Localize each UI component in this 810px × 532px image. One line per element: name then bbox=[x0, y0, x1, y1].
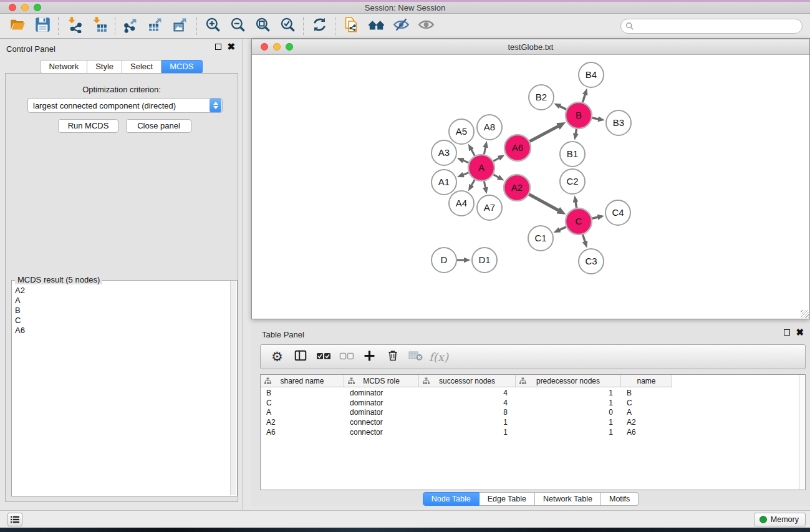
edge-A-A7[interactable] bbox=[484, 181, 485, 188]
node-A7[interactable]: A7 bbox=[477, 195, 502, 220]
node-B2[interactable]: B2 bbox=[529, 85, 554, 110]
edge-A2-C[interactable] bbox=[529, 195, 559, 211]
table-scrollbar[interactable] bbox=[799, 375, 805, 490]
tab-select[interactable]: Select bbox=[122, 60, 162, 74]
node-C[interactable]: C bbox=[566, 208, 592, 235]
column-header-name[interactable]: name bbox=[621, 375, 672, 387]
edge-A-A1[interactable] bbox=[463, 173, 469, 175]
close-table-panel-icon[interactable]: ✖ bbox=[796, 329, 804, 336]
import-table-button[interactable] bbox=[87, 16, 112, 37]
node-C1[interactable]: C1 bbox=[528, 226, 553, 251]
delete-table-button[interactable] bbox=[404, 347, 427, 367]
node-C4[interactable]: C4 bbox=[605, 200, 630, 225]
column-header-successor-nodes[interactable]: successor nodes bbox=[419, 375, 516, 387]
delete-row-button[interactable] bbox=[381, 347, 404, 367]
node-A1[interactable]: A1 bbox=[432, 170, 456, 195]
node-B3[interactable]: B3 bbox=[606, 110, 631, 135]
node-B1[interactable]: B1 bbox=[560, 142, 585, 167]
zoom-out-button[interactable] bbox=[225, 16, 250, 37]
table-row-a2[interactable]: A2connector11A2 bbox=[261, 418, 798, 428]
table-tab-network-table[interactable]: Network Table bbox=[535, 492, 601, 506]
duplicate-network-button[interactable] bbox=[339, 16, 364, 37]
table-row-b[interactable]: Bdominator41B bbox=[261, 389, 798, 399]
column-browser-button[interactable] bbox=[289, 347, 312, 367]
network-canvas[interactable]: B4B2BB3A5A8A6B1A3AA1A2C2A4A7C4C1CC3DD1 bbox=[252, 55, 809, 319]
function-builder-button[interactable]: f(x) bbox=[427, 347, 450, 367]
save-session-button[interactable] bbox=[30, 16, 55, 37]
node-A3[interactable]: A3 bbox=[432, 140, 456, 165]
close-panel-icon[interactable]: ✖ bbox=[227, 44, 235, 50]
node-A[interactable]: A bbox=[468, 155, 494, 181]
tab-network[interactable]: Network bbox=[40, 60, 87, 74]
edge-A-A3[interactable] bbox=[463, 160, 469, 163]
result-item-a[interactable]: A bbox=[14, 296, 229, 306]
node-A4[interactable]: A4 bbox=[449, 191, 474, 216]
edge-C-C2[interactable] bbox=[576, 201, 577, 208]
show-all-button[interactable] bbox=[413, 16, 438, 37]
node-D[interactable]: D bbox=[432, 248, 456, 273]
home-button[interactable] bbox=[364, 16, 388, 37]
result-item-a6[interactable]: A6 bbox=[14, 326, 229, 336]
edge-B-B4[interactable] bbox=[582, 94, 585, 102]
node-A2[interactable]: A2 bbox=[504, 175, 530, 201]
column-header-shared-name[interactable]: shared name bbox=[261, 375, 344, 387]
node-B[interactable]: B bbox=[566, 102, 592, 128]
window-titlebar[interactable]: Session: New Session bbox=[0, 2, 810, 14]
edge-A6-B[interactable] bbox=[529, 126, 559, 142]
float-table-panel-icon[interactable] bbox=[784, 329, 790, 336]
memory-button[interactable]: Memory bbox=[754, 513, 806, 526]
edge-C-C4[interactable] bbox=[592, 217, 598, 218]
node-C2[interactable]: C2 bbox=[560, 169, 585, 194]
tab-mcds[interactable]: MCDS bbox=[162, 60, 202, 74]
hide-selected-button[interactable] bbox=[388, 16, 413, 37]
search-field[interactable] bbox=[620, 19, 803, 34]
node-B4[interactable]: B4 bbox=[579, 62, 604, 87]
result-item-b[interactable]: B bbox=[14, 306, 229, 316]
edge-C-C1[interactable] bbox=[559, 227, 566, 230]
window-resize-grip[interactable] bbox=[801, 310, 809, 318]
search-input[interactable] bbox=[637, 22, 802, 31]
table-tab-motifs[interactable]: Motifs bbox=[601, 492, 639, 506]
table-tab-node-table[interactable]: Node Table bbox=[423, 492, 480, 506]
close-panel-button[interactable]: Close panel bbox=[126, 119, 191, 133]
edge-A-A6[interactable] bbox=[493, 158, 499, 161]
zoom-selected-button[interactable] bbox=[275, 16, 300, 37]
zoom-in-button[interactable] bbox=[200, 16, 225, 37]
result-scrollbar[interactable] bbox=[230, 281, 236, 495]
edge-A-A5[interactable] bbox=[471, 149, 475, 156]
export-table-button[interactable] bbox=[143, 16, 168, 37]
deselect-all-button[interactable] bbox=[335, 347, 358, 367]
import-network-button[interactable] bbox=[62, 16, 87, 37]
column-header-predecessor-nodes[interactable]: predecessor nodes bbox=[516, 375, 621, 387]
float-panel-icon[interactable] bbox=[215, 44, 221, 50]
node-A8[interactable]: A8 bbox=[477, 115, 502, 140]
column-header-mcds-role[interactable]: MCDS role bbox=[344, 375, 419, 387]
edge-A-A8[interactable] bbox=[484, 147, 485, 154]
table-row-c[interactable]: Cdominator41C bbox=[261, 399, 798, 409]
table-row-a[interactable]: Adominator80A bbox=[261, 408, 798, 418]
node-C3[interactable]: C3 bbox=[579, 249, 604, 274]
task-history-button[interactable] bbox=[7, 513, 22, 526]
node-A5[interactable]: A5 bbox=[449, 119, 474, 144]
table-settings-button[interactable]: ⚙ bbox=[266, 347, 289, 367]
refresh-button[interactable] bbox=[307, 16, 332, 37]
edge-B-B2[interactable] bbox=[559, 106, 566, 110]
edge-B-B3[interactable] bbox=[592, 118, 599, 119]
node-A6[interactable]: A6 bbox=[504, 135, 531, 161]
add-row-button[interactable] bbox=[358, 347, 381, 367]
open-session-button[interactable] bbox=[5, 16, 30, 37]
table-tab-edge-table[interactable]: Edge Table bbox=[480, 492, 535, 506]
network-window-titlebar[interactable]: testGlobe.txt bbox=[252, 39, 809, 55]
export-image-button[interactable] bbox=[168, 16, 193, 37]
criterion-dropdown[interactable]: largest connected component (directed) bbox=[27, 98, 223, 113]
edge-C-C3[interactable] bbox=[583, 235, 586, 242]
node-D1[interactable]: D1 bbox=[472, 248, 497, 273]
zoom-fit-button[interactable] bbox=[250, 16, 275, 37]
tab-style[interactable]: Style bbox=[87, 60, 122, 74]
network-view-window[interactable]: testGlobe.txt B4B2BB3A5A8A6B1A3AA1A2C2A4… bbox=[251, 39, 810, 319]
run-mcds-button[interactable]: Run MCDS bbox=[58, 119, 118, 133]
result-item-a2[interactable]: A2 bbox=[14, 286, 229, 296]
table-row-a6[interactable]: A6connector11A6 bbox=[261, 428, 798, 438]
edge-A-A4[interactable] bbox=[471, 180, 475, 186]
edge-A-A2[interactable] bbox=[493, 175, 499, 178]
